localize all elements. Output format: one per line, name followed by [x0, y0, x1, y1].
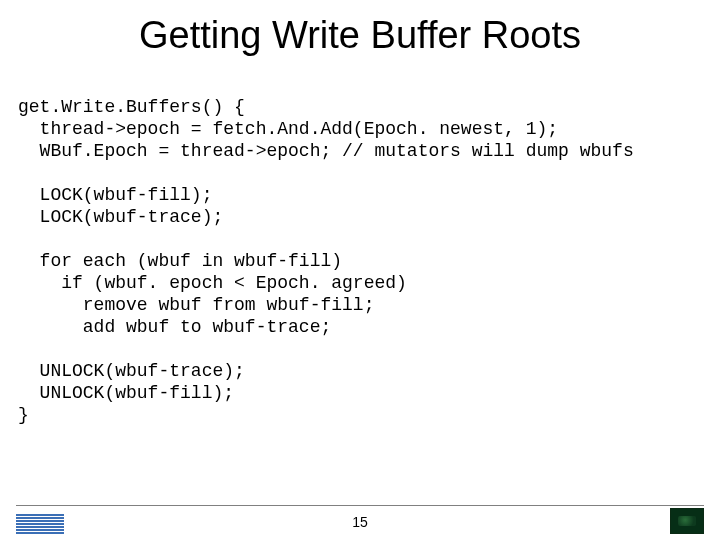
slide: Getting Write Buffer Roots get.Write.Buf…	[0, 0, 720, 540]
code-block: get.Write.Buffers() { thread->epoch = fe…	[18, 96, 710, 426]
page-number: 15	[0, 514, 720, 530]
footer-divider	[16, 505, 704, 506]
corner-badge-icon	[670, 508, 704, 534]
slide-title: Getting Write Buffer Roots	[0, 14, 720, 57]
